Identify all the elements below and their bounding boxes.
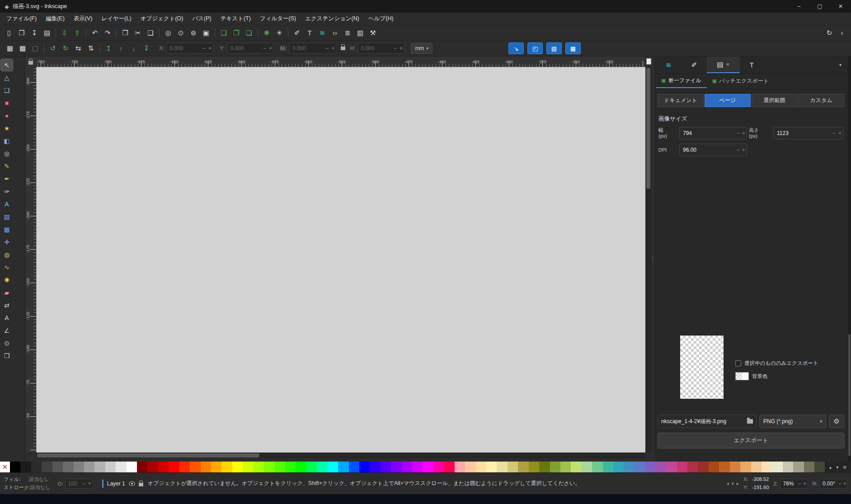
tweak-tool[interactable]: ∿ [1,261,13,273]
color-swatch[interactable] [508,462,518,472]
flip-vertical-button[interactable]: ⇅ [85,42,97,54]
dpi-decrement-button[interactable]: − [735,147,741,153]
scope-page-button[interactable]: ページ [705,94,751,107]
pen-tool[interactable]: ✒ [1,173,13,185]
ungroup-button[interactable]: ✳ [273,27,286,39]
rotate-ccw-button[interactable]: ↺ [47,42,59,54]
color-swatch[interactable] [275,462,285,472]
color-swatch[interactable] [201,462,211,472]
shape-builder-tool[interactable]: ❏ [1,84,13,96]
color-swatch[interactable] [264,462,274,472]
dropper-tool[interactable]: ✛ [1,236,13,248]
color-swatch[interactable] [666,462,677,472]
no-color-swatch[interactable]: ✕ [0,462,10,472]
close-tab-button[interactable]: ✕ [726,62,729,67]
zoom-page-width-button[interactable]: ▣ [200,27,212,39]
color-swatch[interactable] [783,462,793,472]
deselect-button[interactable]: ▢ [29,42,42,54]
color-swatch[interactable] [349,462,359,472]
print-button[interactable]: ▤ [41,27,53,39]
fill-stroke-indicator[interactable]: フィル:該当なし ストローク:該当なし [4,476,51,491]
scope-selection-button[interactable]: 選択範囲 [752,94,798,107]
rotation-decrement-button[interactable]: − [838,481,842,487]
color-swatch[interactable] [31,462,42,472]
xml-editor-button[interactable]: ‹› [329,27,341,39]
color-swatch[interactable] [772,462,782,472]
color-swatch[interactable] [793,462,804,472]
palette-menu-button[interactable]: ≡ [843,464,846,471]
color-swatch[interactable] [42,462,52,472]
color-swatch[interactable] [613,462,624,472]
color-swatch[interactable] [656,462,666,472]
export-width-input[interactable]: 794 − + [679,127,747,140]
color-swatch[interactable] [147,462,158,472]
undo-button[interactable]: ↶ [89,27,101,39]
duplicate-button[interactable]: ❏ [217,27,230,39]
y-input[interactable]: 0.000 − + [227,43,274,54]
zoom-drawing-button[interactable]: ⊙ [174,27,187,39]
color-swatch[interactable] [518,462,528,472]
pages-tool[interactable]: ❒ [1,350,13,362]
color-swatch[interactable] [677,462,687,472]
dock-scrollbar-thumb[interactable] [848,334,851,456]
height-increment-button[interactable]: + [837,130,843,136]
y-increment-button[interactable]: + [268,45,273,51]
color-swatch[interactable] [465,462,475,472]
color-swatch[interactable] [243,462,253,472]
raise-button[interactable]: ↑ [115,42,127,54]
color-swatch[interactable] [751,462,762,472]
zoom-page-button[interactable]: ⊚ [187,27,200,39]
color-swatch[interactable] [221,462,232,472]
prev-page-button[interactable]: ◂ [727,481,729,486]
layers-dialog-button[interactable]: ≋ [316,27,329,39]
color-swatch[interactable] [497,462,507,472]
format-selector[interactable]: PNG (*.png) ▾ [759,415,826,428]
export-height-input[interactable]: 1123 − + [773,127,843,140]
zoom-decrement-button[interactable]: − [797,481,802,487]
color-swatch[interactable] [296,462,306,472]
width-increment-button[interactable]: + [330,45,336,51]
calligraphy-tool[interactable]: ✑ [1,186,13,197]
save-document-button[interactable]: ↧ [28,27,41,39]
flip-horizontal-button[interactable]: ⇆ [72,42,85,54]
scope-document-button[interactable]: ドキュメント [658,94,704,107]
color-swatch[interactable] [254,462,264,472]
color-swatch[interactable] [560,462,571,472]
rotate-cw-button[interactable]: ↻ [59,42,72,54]
color-swatch[interactable] [433,462,444,472]
paste-button[interactable]: ❑ [144,27,157,39]
opacity-decrement-button[interactable]: − [81,481,87,487]
open-document-button[interactable]: ❒ [15,27,28,39]
color-swatch[interactable] [232,462,243,472]
color-swatch[interactable] [306,462,317,472]
spray-tool[interactable]: ✺ [1,274,13,286]
color-swatch[interactable] [635,462,645,472]
export-button[interactable]: ⇧ [71,27,84,39]
preferences-button[interactable]: ⚒ [367,27,379,39]
minimize-button[interactable]: – [789,0,809,13]
fill-stroke-dialog-button[interactable]: ✐ [291,27,303,39]
color-swatch[interactable] [687,462,698,472]
color-swatch[interactable] [359,462,370,472]
menu-item-7[interactable]: フィルター(S) [255,13,301,25]
eraser-tool[interactable]: ▰ [1,287,13,299]
canvas[interactable] [36,67,645,453]
color-swatch[interactable] [476,462,486,472]
dpi-input[interactable]: 96.00 − + [679,144,747,156]
color-swatch[interactable] [370,462,380,472]
color-swatch[interactable] [391,462,401,472]
new-document-button[interactable]: ▯ [3,27,15,39]
import-button[interactable]: ⇩ [58,27,71,39]
color-swatch[interactable] [137,462,147,472]
expand-toolbar-button[interactable]: › [836,27,848,39]
document-properties-button[interactable]: ▥ [354,27,367,39]
zoom-selection-button[interactable]: ◎ [162,27,174,39]
color-swatch[interactable] [179,462,190,472]
select-all-button[interactable]: ▦ [4,42,16,54]
menu-item-4[interactable]: オブジェクト(O) [136,13,188,25]
dpi-increment-button[interactable]: + [741,147,747,153]
color-swatch[interactable] [190,462,200,472]
color-swatch[interactable] [571,462,581,472]
dock-tab-layers[interactable]: ≋ [656,56,682,73]
color-swatch[interactable] [10,462,20,472]
